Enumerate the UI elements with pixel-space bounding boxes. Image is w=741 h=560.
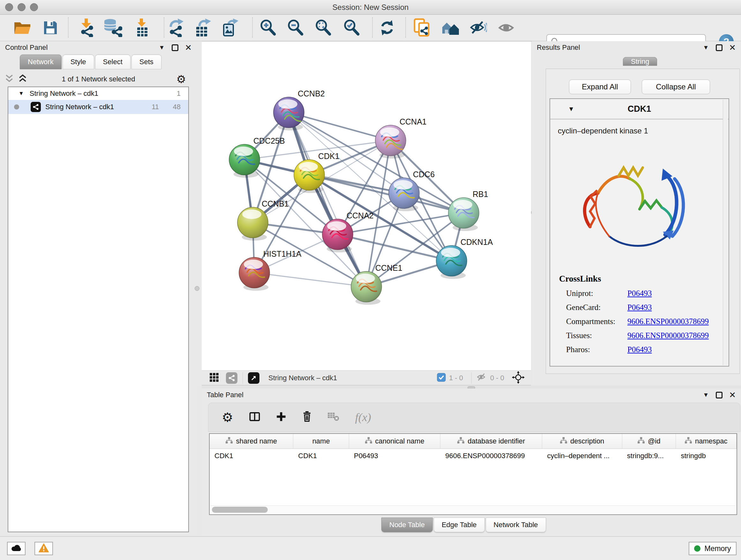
node-RB1[interactable]: RB1 (448, 190, 488, 231)
column-header-description[interactable]: description (542, 434, 622, 449)
table-cell[interactable]: CDK1 (293, 449, 349, 463)
edge-CCNA2-CDKN1A[interactable] (338, 234, 452, 261)
column-header-database-identifier[interactable]: database identifier (441, 434, 542, 449)
crosslink-link[interactable]: P06493 (627, 289, 652, 298)
tab-edge-table[interactable]: Edge Table (434, 517, 485, 532)
network-collection-row[interactable]: ▼ String Network – cdk1 1 (8, 87, 188, 100)
tab-network-table[interactable]: Network Table (486, 517, 546, 532)
zoom-selected-icon[interactable] (343, 19, 360, 36)
column-header-shared-name[interactable]: shared name (210, 434, 293, 449)
selected-checkbox-icon[interactable] (437, 373, 446, 383)
clone-network-icon[interactable] (414, 18, 431, 37)
crosslink-link[interactable]: 9606.ENSP00000378699 (627, 331, 709, 340)
crosslink-link[interactable]: P06493 (627, 345, 652, 354)
cloud-status-button[interactable] (7, 542, 25, 555)
network-canvas[interactable]: CCNB2CCNA1CDC25BCDK1CDC6RB1CCNB1CCNA2CDK… (202, 42, 531, 370)
zoom-out-icon[interactable] (287, 19, 304, 36)
first-neighbors-icon[interactable] (441, 20, 460, 36)
protein-card-header[interactable]: ▼ CDK1 (550, 99, 729, 119)
table-scrollbar[interactable] (210, 505, 736, 514)
import-network-from-database-icon[interactable] (104, 18, 122, 37)
tab-string[interactable]: String (623, 55, 658, 69)
left-splitter-handle[interactable] (195, 286, 199, 291)
detach-view-icon[interactable] (248, 372, 259, 384)
results-scrollbar[interactable] (723, 100, 728, 365)
table-cell[interactable]: stringdb:9... (622, 449, 676, 463)
panel-close-icon[interactable]: ✕ (729, 390, 736, 400)
collapse-all-button[interactable]: Collapse All (642, 79, 710, 94)
column-header-namespac[interactable]: namespac (676, 434, 737, 449)
open-session-icon[interactable] (14, 20, 31, 35)
panel-float-icon[interactable] (716, 44, 723, 51)
edge-CCNB2-CCNE1[interactable] (289, 112, 366, 287)
delete-table-icon[interactable] (328, 412, 339, 423)
node-CCNA1[interactable]: CCNA1 (375, 117, 427, 159)
show-all-icon[interactable] (498, 21, 514, 35)
table-cell[interactable]: 9606.ENSP00000378699 (441, 449, 542, 463)
network-options-gear-icon[interactable]: ⚙ (177, 73, 186, 85)
collection-expand-icon[interactable]: ▼ (18, 90, 24, 97)
node-HIST1H1A[interactable]: HIST1H1A (239, 249, 301, 291)
panel-close-icon[interactable]: ✕ (185, 43, 192, 52)
edge-CCNE1-HIST1H1A[interactable] (254, 273, 366, 287)
export-table-icon[interactable] (194, 18, 212, 37)
delete-column-icon[interactable] (302, 411, 312, 423)
panel-menu-icon[interactable]: ▼ (703, 44, 709, 51)
hidden-eye-icon[interactable] (477, 373, 487, 383)
node-CCNB1[interactable]: CCNB1 (238, 199, 289, 241)
crosslink-row: Uniprot:P06493 (559, 289, 729, 298)
panel-close-icon[interactable]: ✕ (729, 43, 736, 52)
memory-button[interactable]: Memory (689, 542, 737, 555)
network-row-selected[interactable]: String Network – cdk1 11 48 (8, 100, 188, 114)
hide-selected-icon[interactable] (470, 20, 487, 35)
table-settings-gear-icon[interactable]: ⚙ (222, 410, 233, 425)
grid-view-icon[interactable] (209, 373, 219, 383)
function-builder-icon[interactable]: f(x) (355, 411, 371, 424)
network-view-icon[interactable] (226, 372, 238, 384)
export-network-icon[interactable] (167, 18, 185, 37)
panel-menu-icon[interactable]: ▼ (703, 391, 709, 398)
birds-eye-view-icon[interactable] (512, 371, 525, 385)
column-header-canonical-name[interactable]: canonical name (349, 434, 441, 449)
table-cell[interactable]: P06493 (349, 449, 441, 463)
column-header--id[interactable]: @id (622, 434, 676, 449)
save-session-icon[interactable] (43, 20, 58, 36)
node-CCNB2[interactable]: CCNB2 (273, 89, 325, 131)
panel-menu-icon[interactable]: ▼ (158, 44, 165, 51)
node-CDK1[interactable]: CDK1 (294, 152, 340, 193)
close-window-button[interactable] (5, 3, 13, 11)
show-column-icon[interactable] (249, 412, 260, 423)
export-image-icon[interactable] (222, 18, 240, 37)
zoom-fit-icon[interactable] (315, 19, 332, 36)
zoom-in-icon[interactable] (260, 19, 276, 36)
refresh-icon[interactable] (379, 19, 395, 36)
table-cell[interactable]: CDK1 (210, 449, 293, 463)
table-cell[interactable]: cyclin–dependent ... (542, 449, 622, 463)
tab-network[interactable]: Network (20, 55, 62, 69)
panel-float-icon[interactable] (716, 392, 723, 398)
import-network-icon[interactable] (77, 18, 95, 37)
left-splitter[interactable] (197, 41, 202, 385)
node-CDC25B[interactable]: CDC25B (229, 136, 285, 178)
tab-sets[interactable]: Sets (131, 55, 161, 69)
tab-style[interactable]: Style (63, 55, 94, 69)
column-header-label: @id (648, 437, 660, 445)
tab-select[interactable]: Select (95, 55, 131, 69)
panel-float-icon[interactable] (172, 44, 179, 51)
table-row[interactable]: CDK1CDK1P064939606.ENSP00000378699cyclin… (210, 449, 737, 463)
add-column-icon[interactable] (276, 412, 286, 423)
network-graph[interactable]: CCNB2CCNA1CDC25BCDK1CDC6RB1CCNB1CCNA2CDK… (202, 42, 531, 370)
zoom-window-button[interactable] (30, 3, 38, 11)
expand-all-button[interactable]: Expand All (569, 79, 631, 94)
warning-status-button[interactable] (35, 542, 53, 555)
crosslink-link[interactable]: 9606.ENSP00000378699 (627, 317, 709, 326)
table-scrollbar-thumb[interactable] (212, 507, 268, 513)
crosslink-link[interactable]: P06493 (627, 303, 652, 312)
table-cell[interactable]: stringdb (676, 449, 737, 463)
node-CDKN1A[interactable]: CDKN1A (436, 238, 493, 279)
minimize-window-button[interactable] (17, 3, 25, 11)
protein-expand-icon[interactable]: ▼ (568, 105, 575, 113)
import-table-icon[interactable] (134, 18, 151, 37)
column-header-name[interactable]: name (293, 434, 349, 449)
tab-node-table[interactable]: Node Table (381, 517, 433, 532)
